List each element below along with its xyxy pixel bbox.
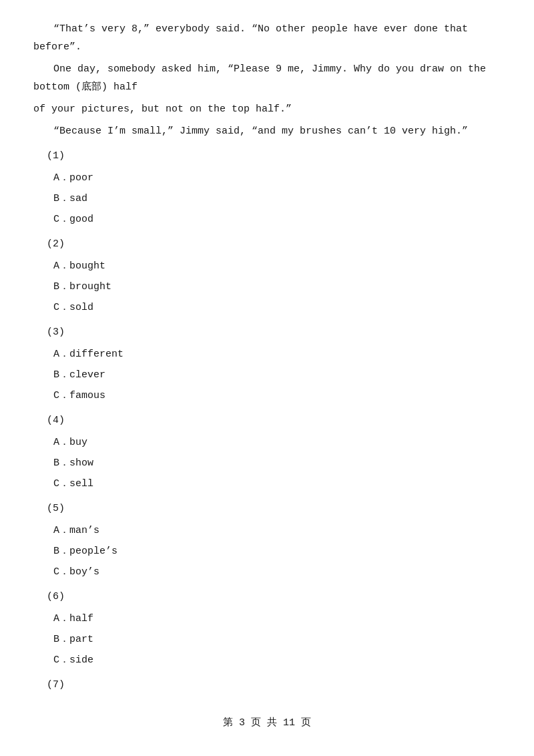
question-number-7: (7) <box>33 676 501 694</box>
question-number-3: (3) <box>33 323 501 341</box>
question-3-option-3: C．famous <box>33 387 501 405</box>
question-6-option-2: B．part <box>33 630 501 648</box>
question-5-option-2: B．people’s <box>33 542 501 560</box>
question-1-option-1: A．poor <box>33 169 501 187</box>
question-number-2: (2) <box>33 235 501 253</box>
question-3-option-2: B．clever <box>33 366 501 384</box>
page-footer: 第 3 页 共 11 页 <box>33 714 501 732</box>
question-6-option-3: C．side <box>33 651 501 669</box>
question-2-option-3: C．sold <box>33 299 501 317</box>
question-4-option-3: C．sell <box>33 475 501 493</box>
questions-container: (1)A．poorB．sadC．good(2)A．boughtB．brought… <box>33 147 501 694</box>
passage-line-2b: of your pictures, but not on the top hal… <box>33 100 501 118</box>
question-3-option-1: A．different <box>33 345 501 363</box>
passage-line-3: “Because I’m small,” Jimmy said, “and my… <box>33 122 501 140</box>
question-number-1: (1) <box>33 147 501 165</box>
passage-container: “That’s very 8,” everybody said. “No oth… <box>33 20 501 140</box>
question-number-5: (5) <box>33 500 501 518</box>
question-number-6: (6) <box>33 588 501 606</box>
question-2-option-2: B．brought <box>33 278 501 296</box>
question-5-option-1: A．man’s <box>33 522 501 540</box>
question-1-option-3: C．good <box>33 210 501 228</box>
footer-text: 第 3 页 共 11 页 <box>223 717 311 729</box>
passage-line-2: One day, somebody asked him, “Please 9 m… <box>33 60 501 96</box>
question-4-option-1: A．buy <box>33 433 501 451</box>
passage-line-1: “That’s very 8,” everybody said. “No oth… <box>33 20 501 56</box>
question-4-option-2: B．show <box>33 454 501 472</box>
question-number-4: (4) <box>33 411 501 429</box>
question-1-option-2: B．sad <box>33 190 501 208</box>
question-5-option-3: C．boy’s <box>33 563 501 581</box>
question-6-option-1: A．half <box>33 610 501 628</box>
question-2-option-1: A．bought <box>33 257 501 275</box>
